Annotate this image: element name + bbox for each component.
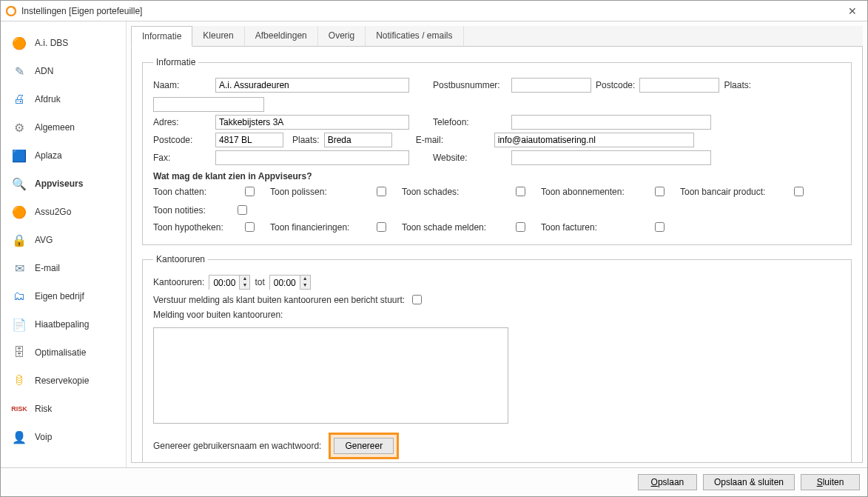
perm-checkbox-toon-hypotheken-[interactable] bbox=[245, 222, 255, 232]
perm-checkbox-toon-schade-melden-[interactable] bbox=[516, 222, 525, 232]
sidebar-item-adn[interactable]: ✎ADN bbox=[1, 57, 126, 85]
perm-label: Toon abonnementen: bbox=[541, 187, 645, 197]
time-to-input[interactable] bbox=[270, 276, 300, 290]
perm-label: Toon hypotheken: bbox=[153, 222, 235, 233]
label-message: Melding voor buiten kantooruren: bbox=[153, 310, 283, 320]
sidebar-item-a-i-dbs[interactable]: 🟠A.i. DBS bbox=[1, 29, 126, 57]
sidebar-item-optimalisatie[interactable]: 🗄Optimalisatie bbox=[1, 338, 126, 367]
sidebar-item-algemeen[interactable]: ⚙Algemeen bbox=[1, 113, 126, 141]
sidebar-item-risk[interactable]: RISKRisk bbox=[1, 395, 126, 423]
input-postbusnummer[interactable] bbox=[511, 78, 591, 93]
sidebar-item-label: Eigen bedrijf bbox=[35, 291, 84, 301]
input-naam[interactable] bbox=[215, 78, 409, 93]
perm-label: Toon facturen: bbox=[541, 222, 645, 233]
perm-label: Toon bancair product: bbox=[680, 187, 784, 197]
sidebar-item-avg[interactable]: 🔒AVG bbox=[1, 226, 126, 254]
risk-icon: RISK bbox=[11, 401, 27, 417]
algemeen-icon: ⚙ bbox=[11, 119, 27, 136]
tab-overig[interactable]: Overig bbox=[318, 26, 366, 46]
sidebar-item-voip[interactable]: 👤Voip bbox=[1, 423, 126, 451]
time-from-input[interactable] bbox=[209, 276, 239, 290]
save-close-button[interactable]: Opslaan & sluiten bbox=[703, 474, 795, 490]
input-plaats[interactable] bbox=[324, 133, 392, 147]
sidebar-item-label: Aplaza bbox=[35, 150, 62, 161]
window-title: Instellingen [Eigen portefeuille] bbox=[21, 6, 842, 16]
checkbox-send-notify[interactable] bbox=[412, 295, 422, 304]
label-naam: Naam: bbox=[153, 80, 211, 90]
label-kantooruren: Kantooruren: bbox=[153, 277, 204, 287]
sidebar-item-label: Afdruk bbox=[35, 94, 61, 104]
sidebar-item-eigen-bedrijf[interactable]: 🗂Eigen bedrijf bbox=[1, 282, 126, 310]
sidebar-item-hiaatbepaling[interactable]: 📄Hiaatbepaling bbox=[1, 310, 126, 338]
sidebar-item-label: ADN bbox=[35, 66, 53, 76]
time-from-spin[interactable]: ▲▼ bbox=[239, 276, 249, 289]
generate-button[interactable]: Genereer bbox=[334, 438, 394, 454]
settings-window: Instellingen [Eigen portefeuille] ✕ 🟠A.i… bbox=[0, 0, 868, 497]
close-button[interactable]: Sluiten bbox=[801, 474, 860, 490]
tab-strip: InformatieKleurenAfbeeldingenOverigNotif… bbox=[131, 26, 863, 47]
label-adres: Adres: bbox=[153, 117, 211, 127]
perm-label: Toon chatten: bbox=[153, 187, 235, 197]
label-tot: tot bbox=[255, 277, 264, 287]
sidebar-item-label: Algemeen bbox=[35, 122, 75, 133]
e-mail-icon: ✉ bbox=[11, 260, 27, 276]
input-postcode[interactable] bbox=[215, 133, 283, 147]
input-postcode2[interactable] bbox=[639, 78, 719, 93]
tab-notificaties-emails[interactable]: Notificaties / emails bbox=[366, 26, 463, 46]
perm-checkbox-toon-facturen-[interactable] bbox=[655, 222, 665, 232]
perm-label: Toon schades: bbox=[402, 187, 505, 197]
label-email: E-mail: bbox=[416, 135, 490, 145]
input-plaats2[interactable] bbox=[153, 97, 264, 112]
sidebar-item-e-mail[interactable]: ✉E-mail bbox=[1, 254, 126, 282]
perm-checkbox-toon-financieringen-[interactable] bbox=[377, 222, 386, 232]
appviseurs-icon: 🔍 bbox=[11, 176, 27, 192]
perm-checkbox-toon-schades-[interactable] bbox=[516, 187, 525, 196]
group-informatie: Informatie Naam: Postbusnummer: Postcode… bbox=[142, 57, 852, 245]
perm-checkbox-toon-notities-[interactable] bbox=[238, 205, 247, 215]
time-to[interactable]: ▲▼ bbox=[269, 275, 311, 290]
input-website[interactable] bbox=[511, 150, 711, 165]
input-telefoon[interactable] bbox=[511, 115, 711, 130]
permissions-title: Wat mag de klant zien in Appviseurs? bbox=[153, 171, 841, 181]
voip-icon: 👤 bbox=[11, 429, 27, 445]
sidebar-item-assu2go[interactable]: 🟠Assu2Go bbox=[1, 198, 126, 226]
adn-icon: ✎ bbox=[11, 63, 27, 79]
sidebar-item-label: E-mail bbox=[35, 263, 60, 273]
sidebar-item-reservekopie[interactable]: 🛢Reservekopie bbox=[1, 367, 126, 395]
label-postcode: Postcode: bbox=[153, 135, 211, 145]
sidebar-item-label: Assu2Go bbox=[35, 207, 71, 217]
textarea-message[interactable] bbox=[153, 327, 508, 424]
label-postbusnummer: Postbusnummer: bbox=[433, 80, 507, 90]
tab-content-informatie: Informatie Naam: Postbusnummer: Postcode… bbox=[131, 47, 863, 463]
label-postcode2: Postcode: bbox=[596, 80, 635, 90]
input-fax[interactable] bbox=[215, 150, 409, 165]
eigen-bedrijf-icon: 🗂 bbox=[11, 288, 27, 304]
input-email[interactable] bbox=[494, 133, 694, 147]
label-website: Website: bbox=[433, 153, 507, 163]
svg-point-1 bbox=[13, 7, 15, 9]
time-from[interactable]: ▲▼ bbox=[209, 275, 250, 290]
perm-checkbox-toon-abonnementen-[interactable] bbox=[655, 187, 665, 196]
a-i-dbs-icon: 🟠 bbox=[11, 35, 27, 51]
save-button[interactable]: Opslaan bbox=[638, 474, 697, 490]
group-kantooruren: Kantooruren Kantooruren: ▲▼ tot ▲▼ bbox=[142, 254, 852, 463]
sidebar-item-label: Reservekopie bbox=[35, 376, 89, 386]
tab-informatie[interactable]: Informatie bbox=[131, 26, 192, 47]
perm-checkbox-toon-polissen-[interactable] bbox=[377, 187, 386, 196]
sidebar-item-aplaza[interactable]: 🟦Aplaza bbox=[1, 141, 126, 170]
label-telefoon: Telefoon: bbox=[433, 117, 507, 127]
close-icon[interactable]: ✕ bbox=[842, 4, 863, 19]
afdruk-icon: 🖨 bbox=[11, 91, 27, 107]
footer: Opslaan Opslaan & sluiten Sluiten bbox=[1, 467, 867, 496]
input-adres[interactable] bbox=[215, 115, 409, 130]
perm-checkbox-toon-chatten-[interactable] bbox=[245, 187, 255, 196]
sidebar-item-afdruk[interactable]: 🖨Afdruk bbox=[1, 85, 126, 113]
sidebar-item-label: AVG bbox=[35, 235, 53, 245]
time-to-spin[interactable]: ▲▼ bbox=[300, 276, 310, 289]
label-send-notify: Verstuur melding als klant buiten kantoo… bbox=[153, 295, 405, 305]
sidebar-item-appviseurs[interactable]: 🔍Appviseurs bbox=[1, 170, 126, 198]
perm-checkbox-toon-bancair-product-[interactable] bbox=[794, 187, 804, 196]
tab-kleuren[interactable]: Kleuren bbox=[192, 26, 244, 46]
assu2go-icon: 🟠 bbox=[11, 204, 27, 220]
tab-afbeeldingen[interactable]: Afbeeldingen bbox=[245, 26, 318, 46]
